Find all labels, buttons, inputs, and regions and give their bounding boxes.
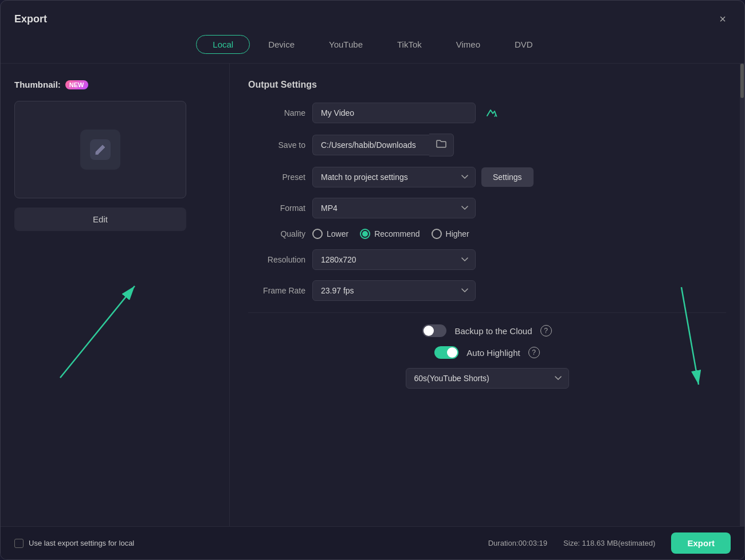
export-dialog: Export × Local Device YouTube TikTok Vim…	[0, 0, 745, 560]
content-area: Thumbnail: NEW Edit	[1, 63, 744, 526]
settings-button[interactable]: Settings	[481, 167, 534, 187]
export-button[interactable]: Export	[671, 532, 731, 554]
name-row: Name AI	[248, 103, 726, 123]
youtube-shorts-row: 60s(YouTube Shorts)	[248, 368, 726, 389]
folder-button[interactable]	[429, 134, 454, 156]
tab-local[interactable]: Local	[196, 35, 250, 54]
youtube-shorts-select[interactable]: 60s(YouTube Shorts)	[406, 368, 569, 389]
divider	[248, 312, 726, 313]
duration-stat: Duration:00:03:19	[488, 539, 547, 547]
frame-rate-label: Frame Rate	[248, 286, 305, 295]
resolution-row: Resolution 1280x720	[248, 249, 726, 270]
save-to-input-group	[312, 134, 454, 156]
last-export-settings[interactable]: Use last export settings for local	[14, 539, 134, 548]
format-select[interactable]: MP4	[312, 198, 476, 218]
preset-label: Preset	[248, 173, 305, 182]
dialog-title: Export	[14, 13, 47, 25]
quality-higher[interactable]: Higher	[432, 229, 469, 239]
save-to-row: Save to	[248, 134, 726, 156]
tab-dvd[interactable]: DVD	[499, 35, 549, 54]
frame-rate-row: Frame Rate 23.97 fps	[248, 280, 726, 301]
tab-vimeo[interactable]: Vimeo	[440, 35, 496, 54]
resolution-label: Resolution	[248, 255, 305, 264]
resolution-select[interactable]: 1280x720	[312, 249, 476, 270]
size-stat: Size: 118.63 MB(estimated)	[563, 539, 655, 547]
backup-help-icon[interactable]: ?	[540, 325, 552, 336]
svg-text:AI: AI	[494, 113, 497, 118]
close-button[interactable]: ×	[715, 11, 731, 27]
auto-highlight-label: Auto Highlight	[466, 348, 520, 358]
edit-pencil-icon	[90, 139, 111, 160]
auto-highlight-help-icon[interactable]: ?	[528, 347, 540, 358]
backup-cloud-toggle[interactable]	[422, 324, 446, 337]
quality-lower-radio[interactable]	[312, 229, 323, 239]
tabs-row: Local Device YouTube TikTok Vimeo DVD	[1, 35, 744, 63]
output-settings-title: Output Settings	[248, 80, 726, 90]
quality-recommend[interactable]: Recommend	[360, 229, 419, 239]
backup-cloud-row: Backup to the Cloud ?	[248, 324, 726, 337]
tab-device[interactable]: Device	[252, 35, 311, 54]
quality-label: Quality	[248, 229, 305, 238]
ai-icon[interactable]: AI	[485, 105, 497, 121]
thumbnail-preview	[14, 101, 186, 198]
title-bar: Export ×	[1, 1, 744, 35]
auto-highlight-row: Auto Highlight ?	[248, 346, 726, 359]
scrollbar-track	[740, 64, 744, 526]
preset-input-group: Match to project settings Settings	[312, 167, 542, 187]
new-badge: NEW	[65, 80, 88, 89]
format-row: Format MP4	[248, 198, 726, 218]
right-panel: Output Settings Name AI Save to	[230, 64, 744, 526]
thumbnail-label: Thumbnail: NEW	[14, 80, 215, 89]
backup-cloud-label: Backup to the Cloud	[454, 326, 532, 336]
save-to-input[interactable]	[312, 135, 429, 155]
name-input[interactable]	[312, 103, 476, 123]
quality-row: Quality Lower Recommend Higher	[248, 229, 726, 239]
folder-icon	[436, 139, 446, 148]
quality-options: Lower Recommend Higher	[312, 229, 469, 239]
auto-highlight-toggle[interactable]	[434, 346, 458, 359]
preset-select[interactable]: Match to project settings	[312, 167, 476, 187]
thumbnail-icon-wrapper	[80, 130, 120, 170]
frame-rate-select[interactable]: 23.97 fps	[312, 280, 476, 301]
edit-button[interactable]: Edit	[14, 207, 186, 231]
auto-highlight-thumb	[447, 347, 457, 358]
quality-recommend-radio[interactable]	[360, 229, 370, 239]
bottom-bar: Use last export settings for local Durat…	[1, 526, 744, 559]
preset-row: Preset Match to project settings Setting…	[248, 167, 726, 187]
left-panel: Thumbnail: NEW Edit	[1, 64, 230, 526]
quality-lower[interactable]: Lower	[312, 229, 348, 239]
scrollbar-thumb	[740, 64, 744, 98]
format-label: Format	[248, 203, 305, 213]
arrow-format	[49, 275, 163, 401]
save-to-label: Save to	[248, 140, 305, 150]
name-label: Name	[248, 108, 305, 118]
backup-cloud-thumb	[424, 326, 434, 336]
tab-tiktok[interactable]: TikTok	[381, 35, 438, 54]
last-export-checkbox[interactable]	[14, 539, 23, 548]
quality-recommend-radio-inner	[362, 231, 368, 237]
tab-youtube[interactable]: YouTube	[313, 35, 379, 54]
bottom-stats: Duration:00:03:19 Size: 118.63 MB(estima…	[488, 532, 731, 554]
quality-higher-radio[interactable]	[432, 229, 442, 239]
